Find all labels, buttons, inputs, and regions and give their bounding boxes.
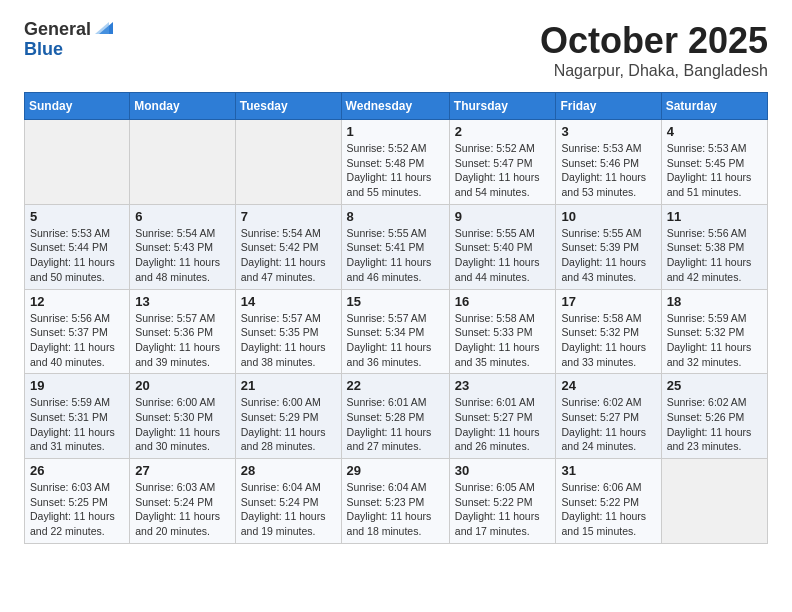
day-info: Sunrise: 6:01 AM Sunset: 5:28 PM Dayligh… xyxy=(347,395,444,454)
day-number: 17 xyxy=(561,294,655,309)
day-info: Sunrise: 6:04 AM Sunset: 5:24 PM Dayligh… xyxy=(241,480,336,539)
table-row: 13Sunrise: 5:57 AM Sunset: 5:36 PM Dayli… xyxy=(130,289,236,374)
header-monday: Monday xyxy=(130,93,236,120)
day-info: Sunrise: 5:55 AM Sunset: 5:39 PM Dayligh… xyxy=(561,226,655,285)
logo-blue-text: Blue xyxy=(24,40,63,60)
day-number: 13 xyxy=(135,294,230,309)
day-info: Sunrise: 5:58 AM Sunset: 5:32 PM Dayligh… xyxy=(561,311,655,370)
day-number: 18 xyxy=(667,294,762,309)
day-info: Sunrise: 6:04 AM Sunset: 5:23 PM Dayligh… xyxy=(347,480,444,539)
day-number: 7 xyxy=(241,209,336,224)
table-row: 20Sunrise: 6:00 AM Sunset: 5:30 PM Dayli… xyxy=(130,374,236,459)
table-row: 9Sunrise: 5:55 AM Sunset: 5:40 PM Daylig… xyxy=(449,204,556,289)
day-number: 22 xyxy=(347,378,444,393)
table-row: 16Sunrise: 5:58 AM Sunset: 5:33 PM Dayli… xyxy=(449,289,556,374)
table-row xyxy=(661,459,767,544)
day-number: 20 xyxy=(135,378,230,393)
header-tuesday: Tuesday xyxy=(235,93,341,120)
calendar-header-row: Sunday Monday Tuesday Wednesday Thursday… xyxy=(25,93,768,120)
calendar-week-row: 5Sunrise: 5:53 AM Sunset: 5:44 PM Daylig… xyxy=(25,204,768,289)
day-info: Sunrise: 5:54 AM Sunset: 5:42 PM Dayligh… xyxy=(241,226,336,285)
day-number: 27 xyxy=(135,463,230,478)
header-sunday: Sunday xyxy=(25,93,130,120)
day-number: 1 xyxy=(347,124,444,139)
location-subtitle: Nagarpur, Dhaka, Bangladesh xyxy=(540,62,768,80)
day-info: Sunrise: 6:03 AM Sunset: 5:24 PM Dayligh… xyxy=(135,480,230,539)
table-row: 8Sunrise: 5:55 AM Sunset: 5:41 PM Daylig… xyxy=(341,204,449,289)
day-number: 9 xyxy=(455,209,551,224)
table-row: 28Sunrise: 6:04 AM Sunset: 5:24 PM Dayli… xyxy=(235,459,341,544)
table-row: 3Sunrise: 5:53 AM Sunset: 5:46 PM Daylig… xyxy=(556,120,661,205)
day-info: Sunrise: 5:54 AM Sunset: 5:43 PM Dayligh… xyxy=(135,226,230,285)
page-header: General Blue October 2025 Nagarpur, Dhak… xyxy=(24,20,768,80)
table-row: 18Sunrise: 5:59 AM Sunset: 5:32 PM Dayli… xyxy=(661,289,767,374)
table-row xyxy=(235,120,341,205)
table-row: 15Sunrise: 5:57 AM Sunset: 5:34 PM Dayli… xyxy=(341,289,449,374)
day-info: Sunrise: 6:00 AM Sunset: 5:30 PM Dayligh… xyxy=(135,395,230,454)
calendar-week-row: 1Sunrise: 5:52 AM Sunset: 5:48 PM Daylig… xyxy=(25,120,768,205)
day-info: Sunrise: 5:56 AM Sunset: 5:37 PM Dayligh… xyxy=(30,311,124,370)
day-number: 30 xyxy=(455,463,551,478)
table-row: 30Sunrise: 6:05 AM Sunset: 5:22 PM Dayli… xyxy=(449,459,556,544)
day-info: Sunrise: 5:52 AM Sunset: 5:47 PM Dayligh… xyxy=(455,141,551,200)
table-row: 2Sunrise: 5:52 AM Sunset: 5:47 PM Daylig… xyxy=(449,120,556,205)
day-number: 23 xyxy=(455,378,551,393)
day-number: 21 xyxy=(241,378,336,393)
day-info: Sunrise: 5:53 AM Sunset: 5:45 PM Dayligh… xyxy=(667,141,762,200)
table-row: 1Sunrise: 5:52 AM Sunset: 5:48 PM Daylig… xyxy=(341,120,449,205)
day-info: Sunrise: 6:02 AM Sunset: 5:27 PM Dayligh… xyxy=(561,395,655,454)
table-row: 21Sunrise: 6:00 AM Sunset: 5:29 PM Dayli… xyxy=(235,374,341,459)
day-info: Sunrise: 5:55 AM Sunset: 5:41 PM Dayligh… xyxy=(347,226,444,285)
day-number: 14 xyxy=(241,294,336,309)
day-number: 5 xyxy=(30,209,124,224)
table-row: 6Sunrise: 5:54 AM Sunset: 5:43 PM Daylig… xyxy=(130,204,236,289)
day-info: Sunrise: 5:52 AM Sunset: 5:48 PM Dayligh… xyxy=(347,141,444,200)
header-saturday: Saturday xyxy=(661,93,767,120)
day-info: Sunrise: 5:57 AM Sunset: 5:36 PM Dayligh… xyxy=(135,311,230,370)
table-row: 22Sunrise: 6:01 AM Sunset: 5:28 PM Dayli… xyxy=(341,374,449,459)
calendar-week-row: 19Sunrise: 5:59 AM Sunset: 5:31 PM Dayli… xyxy=(25,374,768,459)
table-row: 11Sunrise: 5:56 AM Sunset: 5:38 PM Dayli… xyxy=(661,204,767,289)
table-row: 24Sunrise: 6:02 AM Sunset: 5:27 PM Dayli… xyxy=(556,374,661,459)
day-info: Sunrise: 5:53 AM Sunset: 5:44 PM Dayligh… xyxy=(30,226,124,285)
day-info: Sunrise: 5:57 AM Sunset: 5:34 PM Dayligh… xyxy=(347,311,444,370)
day-info: Sunrise: 5:57 AM Sunset: 5:35 PM Dayligh… xyxy=(241,311,336,370)
day-info: Sunrise: 6:01 AM Sunset: 5:27 PM Dayligh… xyxy=(455,395,551,454)
table-row: 25Sunrise: 6:02 AM Sunset: 5:26 PM Dayli… xyxy=(661,374,767,459)
table-row xyxy=(130,120,236,205)
calendar-table: Sunday Monday Tuesday Wednesday Thursday… xyxy=(24,92,768,544)
day-info: Sunrise: 5:53 AM Sunset: 5:46 PM Dayligh… xyxy=(561,141,655,200)
table-row: 12Sunrise: 5:56 AM Sunset: 5:37 PM Dayli… xyxy=(25,289,130,374)
table-row xyxy=(25,120,130,205)
table-row: 29Sunrise: 6:04 AM Sunset: 5:23 PM Dayli… xyxy=(341,459,449,544)
table-row: 17Sunrise: 5:58 AM Sunset: 5:32 PM Dayli… xyxy=(556,289,661,374)
title-section: October 2025 Nagarpur, Dhaka, Bangladesh xyxy=(540,20,768,80)
day-number: 26 xyxy=(30,463,124,478)
day-number: 4 xyxy=(667,124,762,139)
day-number: 10 xyxy=(561,209,655,224)
day-info: Sunrise: 5:58 AM Sunset: 5:33 PM Dayligh… xyxy=(455,311,551,370)
logo-general-text: General xyxy=(24,20,91,40)
day-info: Sunrise: 6:06 AM Sunset: 5:22 PM Dayligh… xyxy=(561,480,655,539)
header-friday: Friday xyxy=(556,93,661,120)
day-number: 19 xyxy=(30,378,124,393)
table-row: 10Sunrise: 5:55 AM Sunset: 5:39 PM Dayli… xyxy=(556,204,661,289)
header-wednesday: Wednesday xyxy=(341,93,449,120)
day-number: 28 xyxy=(241,463,336,478)
day-number: 8 xyxy=(347,209,444,224)
day-info: Sunrise: 5:59 AM Sunset: 5:31 PM Dayligh… xyxy=(30,395,124,454)
calendar-week-row: 26Sunrise: 6:03 AM Sunset: 5:25 PM Dayli… xyxy=(25,459,768,544)
day-number: 24 xyxy=(561,378,655,393)
day-number: 12 xyxy=(30,294,124,309)
day-info: Sunrise: 5:59 AM Sunset: 5:32 PM Dayligh… xyxy=(667,311,762,370)
table-row: 5Sunrise: 5:53 AM Sunset: 5:44 PM Daylig… xyxy=(25,204,130,289)
table-row: 14Sunrise: 5:57 AM Sunset: 5:35 PM Dayli… xyxy=(235,289,341,374)
month-title: October 2025 xyxy=(540,20,768,62)
logo-icon xyxy=(95,20,113,40)
day-number: 11 xyxy=(667,209,762,224)
day-number: 25 xyxy=(667,378,762,393)
day-info: Sunrise: 6:05 AM Sunset: 5:22 PM Dayligh… xyxy=(455,480,551,539)
table-row: 23Sunrise: 6:01 AM Sunset: 5:27 PM Dayli… xyxy=(449,374,556,459)
table-row: 26Sunrise: 6:03 AM Sunset: 5:25 PM Dayli… xyxy=(25,459,130,544)
day-number: 29 xyxy=(347,463,444,478)
